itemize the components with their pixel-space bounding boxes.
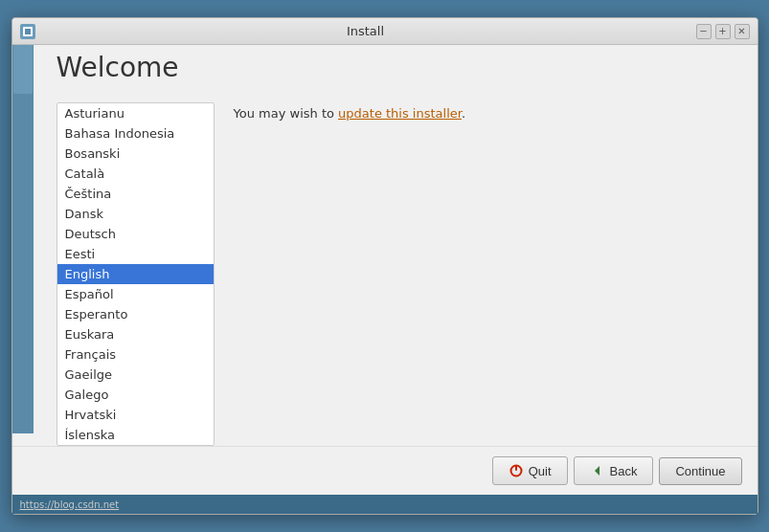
window-title: Install (35, 24, 696, 38)
language-item[interactable]: Español (57, 284, 214, 304)
language-item[interactable]: Gaeilge (57, 365, 214, 385)
quit-label: Quit (529, 464, 552, 478)
sidebar-tab (13, 45, 33, 94)
language-item[interactable]: Galego (57, 385, 214, 405)
continue-label: Continue (675, 464, 725, 478)
language-item[interactable]: Esperanto (57, 304, 214, 324)
svg-rect-1 (25, 29, 31, 34)
info-text: You may wish to update this installer. (234, 106, 735, 121)
svg-marker-4 (595, 466, 599, 476)
language-item[interactable]: English (57, 264, 214, 284)
language-item[interactable]: Hrvatski (57, 405, 214, 425)
right-panel: You may wish to update this installer. (234, 102, 735, 446)
body-area: AsturianuBahasa IndonesiaBosanskiCatalàČ… (57, 102, 735, 446)
info-text-after: . (462, 106, 465, 121)
maximize-button[interactable]: + (715, 24, 731, 39)
main-content: Welcome AsturianuBahasa IndonesiaBosansk… (34, 45, 758, 433)
window-controls: − + ✕ (696, 24, 750, 39)
close-button[interactable]: ✕ (735, 24, 750, 39)
power-icon (509, 463, 524, 478)
update-installer-link[interactable]: update this installer (338, 106, 462, 121)
language-item[interactable]: Français (57, 344, 214, 365)
language-item[interactable]: Čeština (57, 184, 214, 204)
back-arrow-icon (590, 463, 605, 478)
quit-button[interactable]: Quit (492, 456, 568, 485)
status-bar: https://blog.csdn.net (12, 495, 758, 514)
continue-button[interactable]: Continue (659, 457, 741, 485)
language-item[interactable]: Català (57, 164, 214, 184)
content-area: Welcome AsturianuBahasa IndonesiaBosansk… (12, 45, 758, 446)
status-url: https://blog.csdn.net (20, 499, 120, 510)
language-item[interactable]: Deutsch (57, 224, 214, 244)
install-window: Install − + ✕ Welcome AsturianuBahasa In… (11, 17, 758, 515)
back-button[interactable]: Back (574, 456, 654, 485)
page-title: Welcome (57, 52, 735, 83)
language-item[interactable]: Euskara (57, 324, 214, 344)
footer: Quit Back Continue (12, 446, 758, 495)
language-item[interactable]: Íslenska (57, 425, 214, 445)
language-item[interactable]: Bahasa Indonesia (57, 123, 214, 144)
svg-rect-3 (515, 465, 517, 471)
info-text-before: You may wish to (234, 106, 339, 121)
language-item[interactable]: Asturianu (57, 103, 214, 123)
language-item[interactable]: Dansk (57, 204, 214, 224)
language-list[interactable]: AsturianuBahasa IndonesiaBosanskiCatalàČ… (57, 102, 215, 446)
minimize-button[interactable]: − (696, 24, 712, 39)
language-item[interactable]: Eesti (57, 244, 214, 264)
titlebar: Install − + ✕ (12, 18, 758, 45)
left-sidebar (12, 45, 34, 433)
window-icon (20, 24, 35, 39)
language-item[interactable]: Bosanski (57, 144, 214, 164)
back-label: Back (610, 464, 638, 478)
